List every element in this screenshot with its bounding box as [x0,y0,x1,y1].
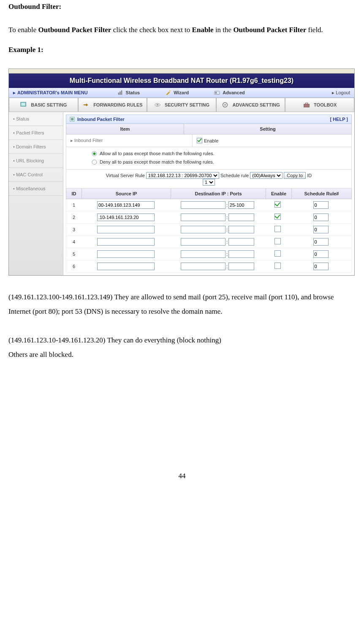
svg-rect-12 [304,104,310,107]
sidebar-label: URL Blocking [16,158,44,163]
source-ip-input[interactable] [97,201,155,209]
svg-point-11 [225,104,226,106]
dest-ip-input[interactable] [181,214,225,221]
cell-id: 1 [66,203,81,208]
sidebar-item-miscellaneous[interactable]: • Miscellaneous [9,182,63,196]
enable-checkbox[interactable] [274,250,281,257]
main-panel: Inbound Packet Filter [ HELP ] Item Sett… [63,112,354,275]
cell-id: 3 [66,227,81,232]
sidebar-item-packet-filters[interactable]: • Packet Filters [9,126,63,140]
source-ip-input[interactable] [97,250,155,258]
sidebar-item-url-blocking[interactable]: • URL Blocking [9,154,63,168]
th-source-ip: Source IP [82,189,171,199]
browser-chrome [9,69,354,74]
tab-toolbox[interactable]: TOOLBOX [285,98,354,112]
nav-status[interactable]: Status [117,90,140,96]
dest-ip-input[interactable] [181,201,225,209]
enable-checkbox[interactable] [274,238,281,244]
radio-deny-icon[interactable] [92,159,97,165]
source-ip-input[interactable] [97,226,155,233]
tab-label: TOOLBOX [314,102,337,107]
nav-wizard[interactable]: Wizard [165,90,189,96]
table-row: 1 : [66,199,352,211]
vsrule-select[interactable]: 192.168.122.13 : 20699-20700 [146,172,219,179]
sidebar-item-mac-control[interactable]: • MAC Control [9,168,63,182]
sidebar-item-domain-filters[interactable]: • Domain Filters [9,140,63,154]
item-setting-header: Item Setting [66,124,352,134]
enable-checkbox-icon[interactable] [197,138,202,143]
schedule-rule-input[interactable] [313,214,329,221]
enable-checkbox[interactable] [274,201,281,208]
tab-advanced-setting[interactable]: ADVANCED SETTING [216,98,285,112]
page-number: 44 [8,472,356,489]
copy-to-button[interactable]: Copy to [284,172,306,179]
svg-point-9 [156,104,158,106]
nav-advanced[interactable]: Advanced [214,90,245,96]
enable-checkbox[interactable] [274,226,281,232]
th-enable: Enable [266,189,292,199]
dest-port-input[interactable] [228,250,254,258]
svg-rect-2 [121,90,122,95]
sidebar-label: Status [16,116,29,121]
svg-point-19 [92,160,97,164]
svg-rect-13 [305,103,307,104]
enable-label: Enable [204,138,218,143]
dest-port-input[interactable] [228,263,254,270]
col-setting-header: Setting [184,124,351,134]
router-screenshot: Multi-Functional Wireless Broadband NAT … [8,68,355,276]
tab-label: ADVANCED SETTING [232,102,280,107]
svg-rect-1 [120,91,121,95]
dest-ip-input[interactable] [181,250,225,258]
heading-outbound-filter: Outbound Filter: [8,3,356,11]
help-link[interactable]: [ HELP ] [330,117,348,122]
dest-ip-input[interactable] [181,263,225,270]
schedule-rule-input[interactable] [313,201,329,209]
security-icon [154,101,161,109]
radio-allow-icon[interactable] [92,151,97,156]
dest-ip-input[interactable] [181,238,225,246]
source-ip-input[interactable] [97,263,155,270]
sidebar-label: Packet Filters [16,130,44,135]
nav-label: Wizard [174,90,189,95]
panel-icon [70,117,75,122]
svg-rect-15 [71,118,73,120]
schedule-select[interactable]: (00)Always [250,172,283,179]
schedule-rule-input[interactable] [313,263,329,270]
radio-allow-label: Allow all to pass except those match the… [100,150,214,158]
dest-port-input[interactable] [228,214,254,221]
text: Others are all blocked. [8,350,73,359]
filter-mode-row: Allow all to pass except those match the… [66,147,352,170]
cell-id: 2 [66,215,81,220]
schedule-rule-input[interactable] [313,226,329,233]
paragraph-2: (149.161.123.10-149.161.123.20) They can… [8,333,356,362]
cell-id: 5 [66,252,81,257]
dest-port-input[interactable] [228,238,254,246]
text: To enable [8,26,38,34]
tab-forwarding-rules[interactable]: FORWARDING RULES [78,98,147,112]
source-ip-input[interactable] [97,214,155,221]
text: (149.161.123.10-149.161.123.20) They can… [8,336,221,344]
id-label: ID [307,173,312,178]
logout-link[interactable]: ▸ Logout [332,90,350,96]
svg-rect-5 [215,92,217,93]
id-select[interactable]: 1 [203,179,215,186]
dest-port-input[interactable] [228,226,254,233]
enable-checkbox[interactable] [274,263,281,269]
filter-table-header: ID Source IP Destination IP : Ports Enab… [66,189,352,199]
schedule-rule-input[interactable] [313,238,329,246]
sidebar-label: MAC Control [16,172,43,177]
table-row: 2 : [66,211,352,224]
schedule-rule-input[interactable] [313,250,329,258]
tab-basic-setting[interactable]: BASIC SETTING [9,98,78,112]
inbound-filter-row: ▸ Inbound Filter Enable [66,134,352,147]
enable-checkbox[interactable] [274,214,281,220]
tab-security-setting[interactable]: SECURITY SETTING [147,98,216,112]
dest-port-input[interactable] [228,201,254,209]
dest-ip-input[interactable] [181,226,225,233]
caret-icon: ▸ [13,90,16,96]
svg-rect-0 [118,93,119,95]
sidebar-item-status[interactable]: • Status [9,112,63,126]
source-ip-input[interactable] [97,238,155,246]
table-row: 3 : [66,224,352,236]
admin-menu-bar: ▸ ADMINISTRATOR's MAIN MENU Status Wizar… [9,88,354,98]
